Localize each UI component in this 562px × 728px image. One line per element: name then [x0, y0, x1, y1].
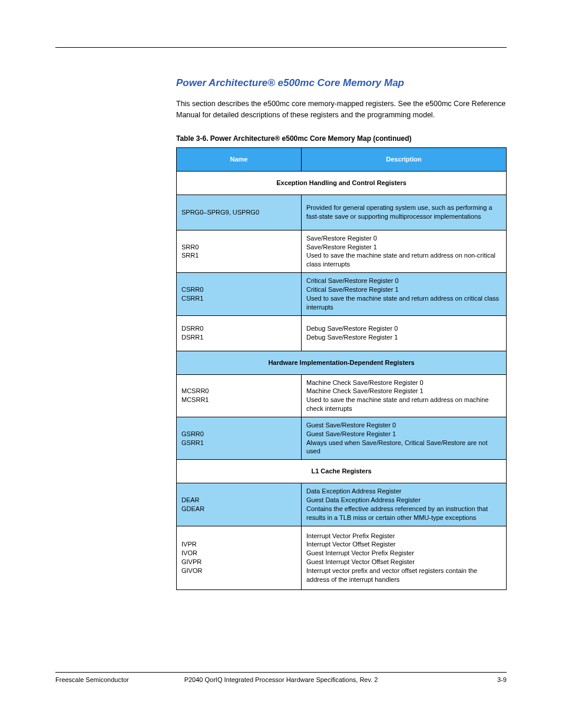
- name-cell: CSRR0CSRR1: [177, 273, 302, 315]
- page-footer: Freescale Semiconductor P2040 QorIQ Inte…: [55, 672, 507, 683]
- desc-cell: Save/Restore Register 0Save/Restore Regi…: [302, 230, 507, 272]
- desc-cell: Provided for general operating system us…: [302, 195, 507, 230]
- table-row: GSRR0GSRR1Guest Save/Restore Register 0G…: [177, 417, 507, 459]
- table-row: CSRR0CSRR1Critical Save/Restore Register…: [177, 273, 507, 315]
- name-cell: SPRG0–SPRG9, USPRG0: [177, 195, 302, 230]
- name-cell: MCSRR0MCSRR1: [177, 374, 302, 417]
- footer-right: 3-9: [389, 676, 507, 683]
- name-cell: GSRR0GSRR1: [177, 417, 302, 459]
- col-header-desc: Description: [302, 147, 507, 171]
- name-cell: DSRR0DSRR1: [177, 315, 302, 351]
- name-cell: IVPRIVORGIVPRGIVOR: [177, 526, 302, 589]
- footer-left: Freescale Semiconductor: [55, 676, 173, 683]
- table-row: DEARGDEARData Exception Address Register…: [177, 483, 507, 526]
- col-header-name: Name: [177, 147, 302, 171]
- table-caption: Table 3-6. Power Architecture® e500mc Co…: [176, 134, 507, 143]
- registers-table: Name Description Exception Handling and …: [176, 147, 507, 590]
- table-row: SRR0SRR1Save/Restore Register 0Save/Rest…: [177, 230, 507, 272]
- desc-cell: Machine Check Save/Restore Register 0Mac…: [302, 374, 507, 417]
- section-paragraph: This section describes the e500mc core m…: [176, 98, 507, 121]
- section-cell: Exception Handling and Control Registers: [177, 171, 507, 195]
- footer-middle: P2040 QorIQ Integrated Processor Hardwar…: [173, 676, 389, 683]
- table-row: DSRR0DSRR1Debug Save/Restore Register 0D…: [177, 315, 507, 351]
- table-row: SPRG0–SPRG9, USPRG0Provided for general …: [177, 195, 507, 230]
- desc-cell: Interrupt Vector Prefix RegisterInterrup…: [302, 526, 507, 589]
- table-row: L1 Cache Registers: [177, 460, 507, 483]
- desc-cell: Data Exception Address RegisterGuest Dat…: [302, 483, 507, 526]
- desc-cell: Critical Save/Restore Register 0Critical…: [302, 273, 507, 315]
- desc-cell: Debug Save/Restore Register 0Debug Save/…: [302, 315, 507, 351]
- section-title: Power Architecture® e500mc Core Memory M…: [176, 77, 507, 89]
- header-rule: [55, 47, 507, 48]
- section-cell: L1 Cache Registers: [177, 460, 507, 483]
- name-cell: SRR0SRR1: [177, 230, 302, 272]
- table-row: IVPRIVORGIVPRGIVORInterrupt Vector Prefi…: [177, 526, 507, 589]
- table-row: MCSRR0MCSRR1Machine Check Save/Restore R…: [177, 374, 507, 417]
- name-cell: DEARGDEAR: [177, 483, 302, 526]
- desc-cell: Guest Save/Restore Register 0Guest Save/…: [302, 417, 507, 459]
- table-row: Hardware Implementation-Dependent Regist…: [177, 351, 507, 374]
- table-row: Exception Handling and Control Registers: [177, 171, 507, 195]
- section-cell: Hardware Implementation-Dependent Regist…: [177, 351, 507, 374]
